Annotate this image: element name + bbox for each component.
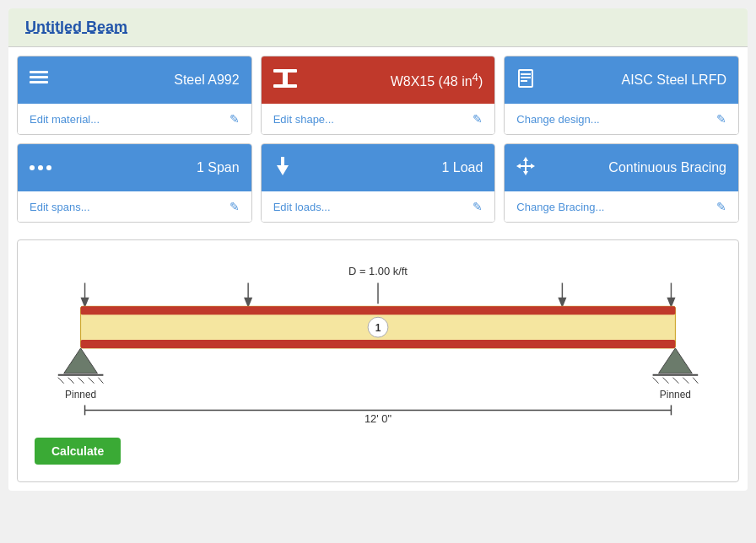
svg-line-41 xyxy=(653,378,659,384)
svg-rect-16 xyxy=(521,165,531,167)
edit-material-icon[interactable]: ✎ xyxy=(230,112,240,126)
card-bracing-header: Continuous Bracing xyxy=(505,144,738,191)
cards-grid: Steel A992 Edit material... ✎ W8X15 (48 … xyxy=(8,47,748,231)
card-design-title: AISC Steel LRFD xyxy=(545,73,726,88)
svg-marker-18 xyxy=(82,298,89,306)
card-loads-footer: Edit loads... ✎ xyxy=(262,191,495,222)
card-material-title: Steel A992 xyxy=(58,73,240,88)
app-container: Untitled Beam Steel A992 Edit material..… xyxy=(8,8,748,491)
list-icon xyxy=(30,71,48,90)
card-shape-footer: Edit shape... ✎ xyxy=(262,104,495,134)
calculate-button[interactable]: Calculate xyxy=(35,438,121,465)
card-spans-header: 1 Span xyxy=(18,144,251,191)
card-shape-header: W8X15 (48 in4) xyxy=(262,56,495,104)
edit-material-link[interactable]: Edit material... xyxy=(30,113,100,126)
svg-line-43 xyxy=(672,378,678,384)
svg-rect-0 xyxy=(30,71,48,73)
move-icon xyxy=(516,157,535,180)
change-bracing-link[interactable]: Change Bracing... xyxy=(516,201,604,213)
card-shape: W8X15 (48 in4) Edit shape... ✎ xyxy=(261,56,496,135)
card-loads: 1 Load Edit loads... ✎ xyxy=(261,143,496,223)
svg-line-35 xyxy=(78,378,84,384)
svg-marker-31 xyxy=(64,348,98,374)
edit-spans-link[interactable]: Edit spans... xyxy=(30,201,90,213)
svg-rect-8 xyxy=(521,80,527,82)
svg-marker-25 xyxy=(667,298,674,306)
card-loads-title: 1 Load xyxy=(302,160,483,175)
svg-text:Pinned: Pinned xyxy=(660,390,691,401)
svg-marker-39 xyxy=(659,348,693,374)
svg-rect-27 xyxy=(81,306,676,315)
svg-marker-14 xyxy=(531,164,535,169)
card-bracing-title: Continuous Bracing xyxy=(545,160,726,175)
card-spans-title: 1 Span xyxy=(62,160,240,175)
edit-bracing-icon[interactable]: ✎ xyxy=(716,200,726,213)
svg-line-33 xyxy=(58,378,64,384)
card-bracing: Continuous Bracing Change Bracing... ✎ xyxy=(504,143,739,223)
dots-icon xyxy=(30,165,51,170)
card-bracing-footer: Change Bracing... ✎ xyxy=(505,191,738,222)
load-label: D = 1.00 k/ft xyxy=(348,265,408,277)
edit-spans-icon[interactable]: ✎ xyxy=(230,200,240,213)
svg-rect-10 xyxy=(281,157,284,166)
svg-line-45 xyxy=(693,378,698,384)
edit-shape-link[interactable]: Edit shape... xyxy=(273,113,334,126)
svg-text:1: 1 xyxy=(375,322,381,334)
card-shape-title: W8X15 (48 in4) xyxy=(307,71,483,89)
svg-line-37 xyxy=(98,378,103,384)
card-design-header: AISC Steel LRFD xyxy=(505,56,738,104)
arrow-down-icon xyxy=(273,157,292,180)
svg-marker-13 xyxy=(516,164,521,169)
svg-rect-1 xyxy=(30,76,48,78)
svg-rect-2 xyxy=(30,81,48,83)
edit-loads-icon[interactable]: ✎ xyxy=(472,200,483,213)
svg-marker-9 xyxy=(277,165,289,175)
change-design-link[interactable]: Change design... xyxy=(516,113,599,126)
svg-text:Pinned: Pinned xyxy=(65,390,96,401)
card-spans-footer: Edit spans... ✎ xyxy=(18,191,251,222)
svg-rect-5 xyxy=(273,84,297,88)
svg-line-36 xyxy=(89,378,94,384)
edit-shape-icon[interactable]: ✎ xyxy=(472,112,483,126)
card-loads-header: 1 Load xyxy=(262,144,495,191)
card-material-header: Steel A992 xyxy=(18,56,251,104)
svg-marker-23 xyxy=(559,298,565,306)
svg-line-34 xyxy=(68,378,74,384)
svg-marker-12 xyxy=(523,171,528,175)
svg-rect-3 xyxy=(273,69,297,73)
svg-marker-11 xyxy=(523,157,528,161)
card-material: Steel A992 Edit material... ✎ xyxy=(17,56,252,135)
edit-design-icon[interactable]: ✎ xyxy=(716,112,726,126)
beam-icon xyxy=(273,69,297,92)
svg-line-42 xyxy=(663,378,669,384)
card-design: AISC Steel LRFD Change design... ✎ xyxy=(504,56,739,135)
svg-line-44 xyxy=(683,378,688,384)
svg-rect-7 xyxy=(521,77,531,78)
svg-rect-6 xyxy=(521,73,531,75)
card-material-footer: Edit material... ✎ xyxy=(18,104,251,134)
svg-text:12' 0": 12' 0" xyxy=(364,412,392,425)
edit-loads-link[interactable]: Edit loads... xyxy=(273,201,331,213)
card-spans: 1 Span Edit spans... ✎ xyxy=(17,143,252,223)
svg-rect-4 xyxy=(283,73,288,84)
header: Untitled Beam xyxy=(8,8,748,47)
diagram-area: D = 1.00 k/ft xyxy=(17,239,739,482)
book-icon xyxy=(516,69,535,92)
beam-diagram-svg: D = 1.00 k/ft xyxy=(35,257,721,426)
project-title[interactable]: Untitled Beam xyxy=(25,19,127,35)
svg-marker-20 xyxy=(245,298,251,306)
card-design-footer: Change design... ✎ xyxy=(505,104,738,134)
svg-rect-28 xyxy=(81,340,676,348)
